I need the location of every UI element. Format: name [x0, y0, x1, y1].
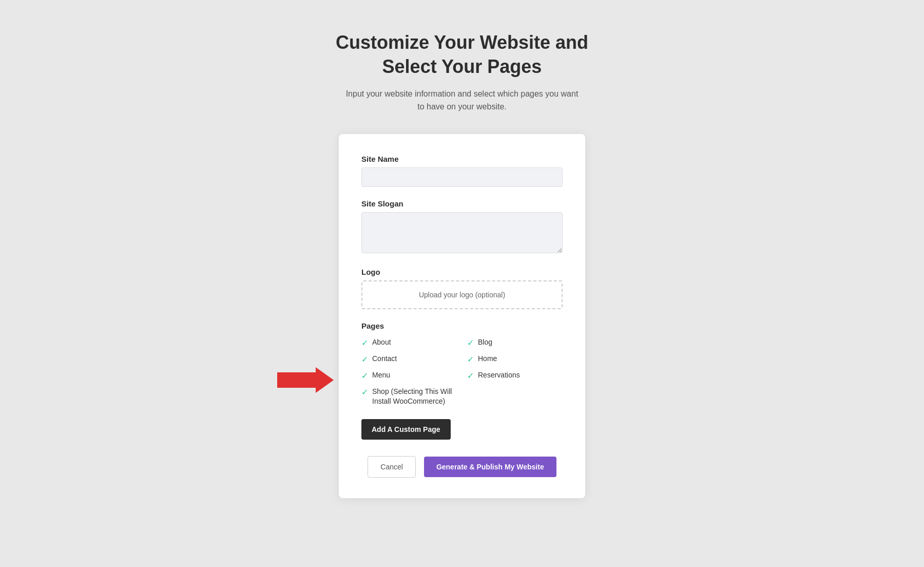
page-item-label-reservations: Reservations: [478, 370, 520, 381]
cancel-button[interactable]: Cancel: [368, 456, 416, 478]
page-item-label-menu: Menu: [372, 370, 390, 381]
page-item-about[interactable]: ✓ About: [361, 337, 457, 348]
site-name-label: Site Name: [361, 155, 563, 163]
site-slogan-input[interactable]: [361, 212, 563, 253]
check-icon-shop: ✓: [361, 387, 368, 397]
arrow-icon: [277, 367, 334, 393]
logo-upload-area[interactable]: Upload your logo (optional): [361, 280, 563, 309]
pages-grid: ✓ About ✓ Blog ✓ Contact ✓ Home: [361, 337, 563, 407]
check-icon-reservations: ✓: [467, 371, 474, 381]
page-item-label-shop: Shop (Selecting This Will Install WooCom…: [372, 387, 457, 407]
page-item-contact[interactable]: ✓ Contact: [361, 354, 457, 364]
form-wrapper: Site Name Site Slogan Logo Upload your l…: [339, 134, 585, 498]
page-header: Customize Your Website and Select Your P…: [336, 31, 588, 114]
logo-field-group: Logo Upload your logo (optional): [361, 268, 563, 309]
pages-label: Pages: [361, 322, 563, 330]
page-item-blog[interactable]: ✓ Blog: [467, 337, 563, 348]
arrow-indicator: [277, 367, 334, 393]
page-item-label-home: Home: [478, 354, 497, 364]
add-custom-page-button[interactable]: Add A Custom Page: [361, 419, 451, 440]
site-slogan-field-group: Site Slogan: [361, 199, 563, 255]
page-title: Customize Your Website and Select Your P…: [336, 31, 588, 79]
page-item-reservations[interactable]: ✓ Reservations: [467, 370, 563, 381]
page-item-shop[interactable]: ✓ Shop (Selecting This Will Install WooC…: [361, 387, 457, 407]
page-item-label-blog: Blog: [478, 337, 492, 348]
generate-publish-button[interactable]: Generate & Publish My Website: [424, 457, 556, 477]
pages-section: Pages ✓ About ✓ Blog ✓ Contact: [361, 322, 563, 407]
page-item-label-about: About: [372, 337, 391, 348]
form-card: Site Name Site Slogan Logo Upload your l…: [339, 134, 585, 498]
check-icon-home: ✓: [467, 354, 474, 364]
site-slogan-label: Site Slogan: [361, 199, 563, 208]
page-subtitle: Input your website information and selec…: [344, 87, 580, 114]
footer-actions: Cancel Generate & Publish My Website: [361, 456, 563, 478]
check-icon-contact: ✓: [361, 354, 368, 364]
check-icon-menu: ✓: [361, 371, 368, 381]
check-icon-blog: ✓: [467, 338, 474, 348]
svg-marker-0: [277, 367, 334, 393]
page-item-menu[interactable]: ✓ Menu: [361, 370, 457, 381]
page-item-home[interactable]: ✓ Home: [467, 354, 563, 364]
site-name-input[interactable]: [361, 167, 563, 187]
site-name-field-group: Site Name: [361, 155, 563, 187]
logo-label: Logo: [361, 268, 563, 276]
check-icon-about: ✓: [361, 338, 368, 348]
page-item-label-contact: Contact: [372, 354, 397, 364]
